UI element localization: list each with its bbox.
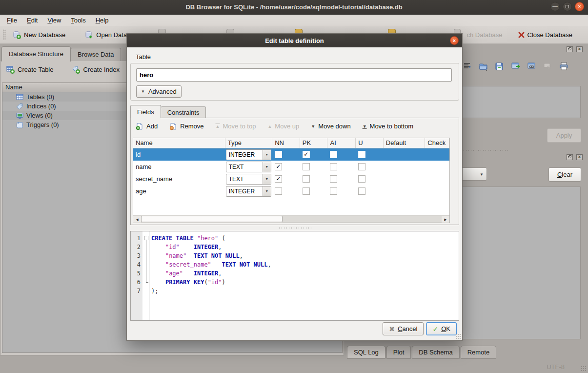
column-header-u[interactable]: U (356, 138, 384, 148)
minimize-button[interactable]: — (550, 2, 560, 11)
check-cell[interactable] (425, 161, 449, 173)
dialog-resize-grip[interactable] (455, 333, 461, 339)
resize-grip[interactable] (581, 366, 587, 372)
pk-checkbox[interactable] (303, 163, 310, 170)
pk-checkbox[interactable] (303, 175, 310, 183)
ok-button[interactable]: ✓ OK (426, 322, 457, 335)
u-checkbox[interactable] (358, 187, 365, 195)
open-file-icon[interactable] (479, 62, 488, 72)
type-select[interactable]: TEXT▼ (226, 162, 271, 172)
column-header-nn[interactable]: NN (272, 138, 300, 148)
link-icon[interactable] (527, 62, 537, 72)
check-cell[interactable] (425, 185, 449, 197)
ai-checkbox[interactable] (330, 175, 337, 183)
remove-button[interactable]: Remove (169, 123, 203, 130)
column-header-name[interactable]: Name (133, 138, 225, 148)
check-cell[interactable] (425, 173, 449, 185)
indent-icon[interactable] (463, 62, 472, 72)
column-header-check[interactable]: Check (425, 138, 449, 148)
ai-checkbox[interactable] (330, 151, 337, 158)
type-select[interactable]: TEXT▼ (226, 174, 271, 185)
close-window-button[interactable]: × (575, 2, 584, 11)
default-cell[interactable] (384, 185, 425, 197)
null-icon[interactable] (543, 62, 553, 72)
dock-close-icon[interactable]: × (576, 154, 583, 160)
close-database-button[interactable]: Close Database (514, 29, 577, 41)
scroll-right-icon[interactable]: ▶ (442, 216, 449, 223)
fold-collapse-icon[interactable]: − (144, 236, 148, 240)
advanced-button[interactable]: ▼ Advanced (136, 85, 182, 98)
dock-float-icon[interactable] (567, 46, 573, 52)
dialog-close-button[interactable]: × (450, 36, 459, 45)
column-header-type[interactable]: Type (225, 138, 272, 148)
dock-splitter[interactable] (463, 149, 509, 151)
type-select[interactable]: INTEGER▼ (226, 186, 271, 197)
menu-help[interactable]: Help (91, 16, 114, 25)
u-checkbox[interactable] (358, 151, 365, 158)
nn-checkbox[interactable]: ✓ (275, 175, 282, 183)
u-checkbox[interactable] (358, 163, 365, 170)
scrollbar-thumb[interactable] (141, 216, 283, 222)
tab-browse-data[interactable]: Browse Data (70, 48, 121, 62)
field-name[interactable]: name (133, 161, 225, 173)
pk-checkbox[interactable]: ✓ (303, 151, 310, 158)
type-select[interactable]: INTEGER▼ (226, 149, 271, 160)
apply-button[interactable]: Apply (547, 128, 581, 143)
dialog-tab-constraints[interactable]: Constraints (161, 106, 206, 118)
add-button[interactable]: Add (136, 123, 158, 130)
toolbar-grip[interactable] (3, 29, 6, 40)
clear-button[interactable]: Clear (548, 167, 581, 182)
dock-tab-sql-log[interactable]: SQL Log (347, 346, 385, 359)
field-name[interactable]: secret_name (133, 173, 225, 185)
field-name[interactable]: id (133, 148, 225, 161)
default-cell[interactable] (384, 161, 425, 173)
dock-float-icon[interactable] (567, 154, 573, 160)
menu-tools[interactable]: Tools (66, 16, 90, 25)
column-header-pk[interactable]: PK (300, 138, 328, 148)
move-to-top-button[interactable]: ▲Move to top (216, 123, 256, 130)
new-database-button[interactable]: New Database (9, 29, 69, 41)
dialog-splitter[interactable] (278, 227, 311, 229)
menu-edit[interactable]: Edit (22, 16, 42, 25)
field-row-age[interactable]: ageINTEGER▼ (133, 185, 449, 197)
dock-tab-db-schema[interactable]: DB Schema (412, 346, 459, 359)
print-icon[interactable] (559, 62, 569, 72)
create-index-button[interactable]: Create Index (72, 65, 119, 74)
dialog-tab-fields[interactable]: Fields (130, 105, 161, 118)
menu-view[interactable]: View (42, 16, 66, 25)
dock-tab-remote[interactable]: Remote (461, 346, 497, 359)
export-icon[interactable] (511, 62, 521, 72)
dock-tab-plot[interactable]: Plot (386, 346, 411, 359)
maximize-button[interactable] (563, 2, 572, 11)
column-header-default[interactable]: Default (384, 138, 425, 148)
column-header-ai[interactable]: AI (327, 138, 356, 148)
menu-file[interactable]: File (2, 16, 22, 25)
dock-close-icon[interactable]: × (576, 46, 583, 52)
field-row-id[interactable]: idINTEGER▼✓ (133, 148, 449, 161)
move-down-button[interactable]: ▼Move down (311, 123, 350, 130)
move-to-bottom-button[interactable]: ▼Move to bottom (363, 123, 414, 130)
sql-preview[interactable]: 1234567 − CREATE TABLE "hero" ( "id" INT… (130, 231, 459, 321)
fields-hscrollbar[interactable]: ◀ ▶ (133, 215, 449, 223)
nn-checkbox[interactable] (275, 187, 282, 195)
default-cell[interactable] (384, 173, 425, 185)
nn-checkbox[interactable] (275, 151, 282, 158)
u-checkbox[interactable] (358, 175, 365, 183)
cancel-button[interactable]: ✖ Cancel (383, 322, 424, 335)
field-name[interactable]: age (133, 185, 225, 197)
save-file-icon[interactable] (495, 62, 505, 72)
tab-database-structure[interactable]: Database Structure (1, 46, 71, 62)
field-row-secret_name[interactable]: secret_nameTEXT▼✓ (133, 173, 449, 185)
nn-checkbox[interactable]: ✓ (275, 163, 282, 170)
attach-database-button[interactable]: ch Database (463, 29, 507, 41)
scroll-left-icon[interactable]: ◀ (133, 216, 141, 223)
default-cell[interactable] (384, 148, 425, 161)
move-up-button[interactable]: ▲Move up (267, 123, 299, 130)
ai-checkbox[interactable] (330, 163, 337, 170)
field-row-name[interactable]: nameTEXT▼✓ (133, 161, 449, 173)
ai-checkbox[interactable] (330, 187, 337, 195)
create-table-button[interactable]: Create Table (6, 65, 53, 74)
table-name-input[interactable] (136, 68, 452, 82)
pk-checkbox[interactable] (303, 187, 310, 195)
check-cell[interactable] (425, 148, 449, 161)
